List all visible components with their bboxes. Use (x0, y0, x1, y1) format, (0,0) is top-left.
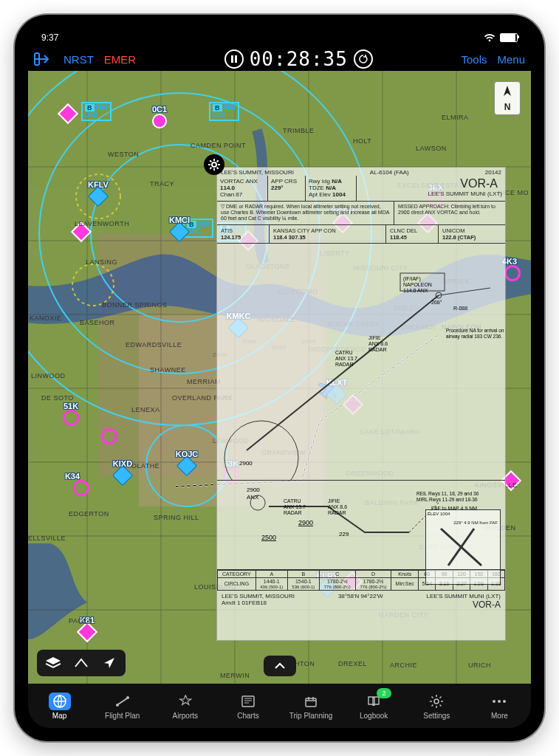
city-label: BONNER SPRINGS (102, 301, 168, 309)
plate-date: 20142 (485, 169, 501, 176)
screen: 9:37 NRST EMER 00:28:35 (28, 28, 531, 728)
svg-text:114.0 ANX: 114.0 ANX (403, 288, 428, 293)
airport-kflv[interactable] (91, 189, 106, 204)
map-view[interactable]: N B080040 B080030 B080SFC B080024 KFLV K… (28, 71, 531, 684)
tab-airports[interactable]: Airports (154, 684, 216, 728)
tab-charts[interactable]: Charts (216, 684, 279, 728)
city-label: EDGERTON (69, 510, 109, 518)
airport-4k3[interactable] (504, 265, 521, 281)
airport-k81[interactable] (80, 625, 95, 639)
tab-label: Settings (423, 712, 450, 720)
map-tool-cluster (37, 650, 126, 676)
city-label: LINWOOD (31, 372, 66, 379)
plate-title: VOR-A (360, 177, 502, 190)
airport-icon (174, 693, 196, 710)
airport-kojc[interactable] (179, 458, 194, 473)
airport-k34[interactable] (73, 480, 89, 496)
svg-point-53 (498, 700, 501, 703)
ruler-button[interactable] (68, 653, 95, 673)
tab-label: More (491, 712, 508, 720)
emer-button[interactable]: EMER (104, 53, 136, 66)
tab-label: Trip Planning (289, 712, 333, 720)
svg-text:MIRL Rwys 11-29 and 18-36: MIRL Rwys 11-29 and 18-36 (416, 497, 478, 503)
city-label: ARCHIE (390, 662, 417, 669)
svg-rect-1 (231, 55, 233, 63)
airport-51k[interactable] (63, 410, 79, 426)
svg-point-12 (212, 162, 216, 167)
tab-map[interactable]: Map (28, 684, 91, 728)
city-label: BASEHOR (80, 319, 115, 326)
svg-text:ANX 13.7: ANX 13.7 (284, 504, 306, 509)
svg-text:CATRU: CATRU (335, 350, 353, 355)
tools-button[interactable]: Tools (461, 53, 487, 66)
ipad-frame: 9:37 NRST EMER 00:28:35 (15, 15, 544, 741)
svg-rect-2 (235, 55, 237, 63)
status-bar: 9:37 (28, 28, 531, 46)
layers-button[interactable] (40, 653, 66, 673)
tab-label: Logbook (360, 712, 388, 720)
charts-icon (237, 693, 259, 710)
city-label: TRIMBLE (283, 127, 315, 134)
svg-text:RADAR: RADAR (328, 510, 346, 515)
city-label: ELLSVILLE (28, 535, 66, 542)
waypoint-marker (61, 106, 75, 121)
airport-0c1[interactable] (152, 114, 167, 128)
menu-button[interactable]: Menu (497, 53, 525, 66)
svg-rect-49 (242, 696, 254, 707)
timer-display: 00:28:35 (250, 48, 348, 70)
airspace-flag: B080040 (81, 102, 112, 121)
city-label: SPRING HILL (154, 514, 199, 521)
city-label: URICH (468, 662, 491, 669)
svg-text:ANX 8.6: ANX 8.6 (328, 504, 347, 509)
tab-trip-planning[interactable]: Trip Planning (280, 684, 343, 728)
svg-text:(IF/IAF): (IF/IAF) (403, 276, 421, 282)
gear-icon (425, 693, 447, 710)
city-label: ELMIRA (442, 114, 469, 121)
battery-icon (500, 33, 518, 42)
plate-navaid: VORTAC ANX (220, 178, 264, 185)
timer-pause-button[interactable] (224, 49, 244, 69)
tab-label: Charts (237, 712, 258, 720)
svg-text:airway radial 183 CW 236.: airway radial 183 CW 236. (446, 334, 502, 340)
plate-note: DME or RADAR required. When local altime… (221, 204, 389, 221)
route-icon (112, 693, 134, 710)
city-label: LAWSON (416, 145, 447, 152)
svg-text:ANX 13.7: ANX 13.7 (335, 356, 357, 361)
svg-text:Procedure NA for arrival on AN: Procedure NA for arrival on ANX VORTAC (446, 328, 505, 333)
approach-plate-overlay[interactable]: LEE'S SUMMIT, MISSOURI AL-6104 (FAA) 201… (216, 167, 506, 641)
plate-subtitle: LEE'S SUMMIT MUNI (LXT) (360, 190, 502, 197)
city-label: DREXEL (338, 660, 367, 667)
svg-text:JIFIE: JIFIE (328, 498, 340, 504)
nrst-button[interactable]: NRST (64, 53, 94, 66)
svg-text:RADAR: RADAR (284, 510, 302, 515)
tab-label: Map (52, 712, 66, 720)
plate-settings-button[interactable] (204, 154, 224, 175)
airport-kixd[interactable] (115, 468, 130, 483)
tab-settings[interactable]: Settings (405, 684, 468, 728)
tab-flight-plan[interactable]: Flight Plan (91, 684, 154, 728)
tab-more[interactable]: More (468, 684, 531, 728)
svg-text:268°: 268° (431, 300, 442, 305)
tab-logbook[interactable]: 2 Logbook (343, 684, 405, 728)
svg-text:2900: 2900 (298, 519, 313, 526)
svg-text:ANX 8.6: ANX 8.6 (368, 341, 388, 346)
app-toolbar: NRST EMER 00:28:35 Tools Menu (28, 46, 531, 72)
timer-group: 00:28:35 (224, 48, 373, 70)
svg-text:REIL Rwys 11, 18, 29 and 36: REIL Rwys 11, 18, 29 and 36 (416, 491, 479, 497)
airport-label: 51K (64, 402, 78, 410)
plate-footer: LEE'S SUMMIT, MISSOURI Amdt 1 01FEB18 38… (217, 591, 505, 612)
compass-indicator[interactable]: N (494, 81, 521, 115)
direct-to-button[interactable] (34, 52, 53, 66)
notification-badge: 2 (377, 688, 391, 698)
svg-text:RADAR: RADAR (368, 347, 387, 352)
plate-al: AL-6104 (FAA) (370, 169, 409, 176)
city-label: SHAWNEE (150, 366, 186, 374)
locate-button[interactable] (96, 653, 123, 673)
svg-text:2900: 2900 (239, 460, 253, 467)
city-label: LENEXA (131, 406, 160, 413)
timer-reset-button[interactable] (354, 49, 373, 69)
map-drawer-toggle[interactable] (264, 656, 296, 676)
more-icon (488, 693, 510, 710)
airport-kmci[interactable] (172, 224, 187, 239)
city-label: LANSING (86, 258, 117, 266)
